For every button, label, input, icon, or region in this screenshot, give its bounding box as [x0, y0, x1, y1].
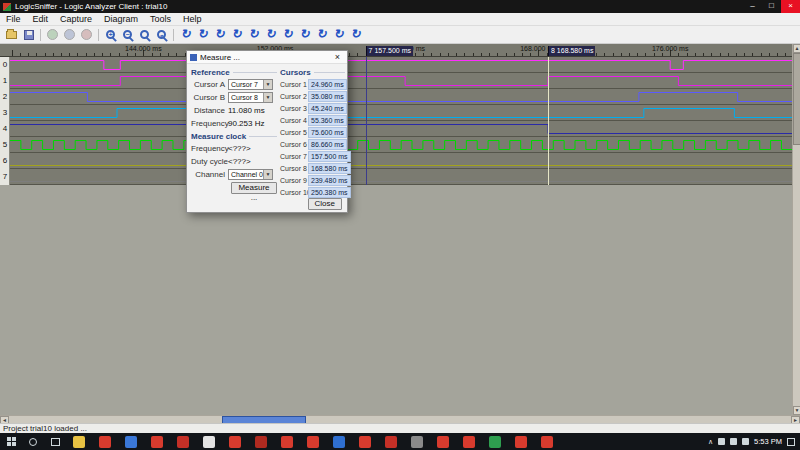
vertical-scroll-thumb[interactable] [793, 53, 800, 145]
taskbar-app-5[interactable] [203, 436, 215, 448]
channel-label-4[interactable]: 4 [0, 121, 10, 137]
tray-icon-2[interactable] [730, 438, 737, 445]
goto-cursor-5-icon [265, 28, 275, 41]
channel-label-2[interactable]: 2 [0, 89, 10, 105]
taskbar-file-explorer[interactable] [73, 436, 85, 448]
taskbar-app-10[interactable] [333, 436, 345, 448]
open-project-button[interactable] [3, 27, 20, 42]
taskbar-app-9[interactable] [307, 436, 319, 448]
cursor-1-value[interactable]: 24.960 ms [308, 79, 347, 90]
zoom-original-button[interactable] [136, 27, 153, 42]
menu-edit[interactable]: Edit [27, 13, 55, 26]
dropdown-arrow-icon[interactable] [263, 170, 272, 179]
menu-diagram[interactable]: Diagram [98, 13, 144, 26]
channel-label-3[interactable]: 3 [0, 105, 10, 121]
goto-cursor-2-button[interactable] [211, 27, 228, 42]
taskbar-app-1[interactable] [99, 436, 111, 448]
goto-cursor-1-button[interactable] [194, 27, 211, 42]
search-button[interactable] [22, 433, 44, 450]
cursor-flag-8[interactable]: 8 168.580 ms [548, 46, 595, 56]
cursor-a-select[interactable]: Cursor 7 [228, 79, 273, 90]
taskbar-app-11[interactable] [359, 436, 371, 448]
cancel-capture-button[interactable] [78, 27, 95, 42]
waveform-channel-1 [10, 77, 792, 86]
zoom-out-button[interactable] [119, 27, 136, 42]
tray-expand-icon[interactable]: ∧ [708, 438, 713, 446]
cursor-flag-7[interactable]: 7 157.500 ms [366, 46, 413, 56]
cursor-7-value[interactable]: 157.500 ms [308, 151, 351, 162]
cursor-5-value[interactable]: 75.600 ms [308, 127, 347, 138]
taskbar-app-4[interactable] [177, 436, 189, 448]
cursor-9-value[interactable]: 239.480 ms [308, 175, 351, 186]
minimize-button[interactable]: – [743, 0, 762, 13]
tray-icon-1[interactable] [718, 438, 725, 445]
maximize-button[interactable]: □ [762, 0, 781, 13]
cursor-8-value[interactable]: 168.580 ms [308, 163, 351, 174]
dropdown-arrow-icon[interactable] [263, 93, 272, 102]
notification-center-icon[interactable] [787, 438, 795, 446]
cursor-4-value[interactable]: 55.360 ms [308, 115, 347, 126]
clock[interactable]: 5:53 PM [754, 437, 782, 446]
taskbar-app-7[interactable] [255, 436, 267, 448]
taskbar-app-8[interactable] [281, 436, 293, 448]
goto-cursor-8-button[interactable] [313, 27, 330, 42]
repeat-capture-button[interactable] [61, 27, 78, 42]
measure-button[interactable]: Measure ... [231, 182, 277, 194]
channel-label-7[interactable]: 7 [0, 169, 10, 185]
task-view-button[interactable] [44, 433, 66, 450]
dialog-close-x-button[interactable]: × [330, 51, 345, 64]
goto-cursor-9-button[interactable] [330, 27, 347, 42]
close-button[interactable]: × [781, 0, 800, 13]
goto-cursor-5-button[interactable] [262, 27, 279, 42]
taskbar-app-3[interactable] [151, 436, 163, 448]
start-button[interactable] [0, 433, 22, 450]
measure-dialog-titlebar[interactable]: Measure ... × [187, 51, 347, 64]
vertical-scrollbar[interactable]: ▲ ▼ [792, 44, 800, 415]
goto-cursor-6-button[interactable] [279, 27, 296, 42]
taskbar-app-14[interactable] [437, 436, 449, 448]
titlebar[interactable]: LogicSniffer - Logic Analyzer Client : t… [0, 0, 800, 13]
menu-file[interactable]: File [0, 13, 27, 26]
goto-cursor-10-button[interactable] [347, 27, 364, 42]
channel-label-5[interactable]: 5 [0, 137, 10, 153]
taskbar-app-16[interactable] [489, 436, 501, 448]
goto-cursor-7-button[interactable] [296, 27, 313, 42]
timeline-ruler[interactable]: 144.000 ms152.000 ms160.000 ms168.000 ms… [0, 44, 792, 57]
dropdown-arrow-icon[interactable] [263, 80, 272, 89]
taskbar-app-13[interactable] [411, 436, 423, 448]
goto-trigger-button[interactable] [177, 27, 194, 42]
goto-cursor-4-button[interactable] [245, 27, 262, 42]
waveform-area[interactable]: 01234567 [0, 57, 792, 185]
save-project-button[interactable] [20, 27, 37, 42]
cursor-b-select[interactable]: Cursor 8 [228, 92, 273, 103]
horizontal-scrollbar[interactable]: ◄ ► [0, 415, 800, 423]
menu-capture[interactable]: Capture [54, 13, 98, 26]
channel-label-1[interactable]: 1 [0, 73, 10, 89]
cursor-6-value[interactable]: 86.660 ms [308, 139, 347, 150]
channel-label-6[interactable]: 6 [0, 153, 10, 169]
taskbar-app-17[interactable] [515, 436, 527, 448]
channel-select[interactable]: Channel 0 [228, 169, 273, 180]
cursor-3-value[interactable]: 45.240 ms [308, 103, 347, 114]
channel-label-0[interactable]: 0 [0, 57, 10, 73]
cursor-line-8[interactable] [548, 57, 549, 185]
scroll-down-icon[interactable]: ▼ [793, 406, 800, 415]
cursor-line-7[interactable] [366, 57, 367, 185]
waveform-canvas[interactable] [10, 57, 792, 185]
menu-help[interactable]: Help [177, 13, 208, 26]
taskbar-app-15[interactable] [463, 436, 475, 448]
menu-tools[interactable]: Tools [144, 13, 177, 26]
taskbar-app-2[interactable] [125, 436, 137, 448]
zoom-fit-button[interactable] [153, 27, 170, 42]
cursor-2-value[interactable]: 35.080 ms [308, 91, 347, 102]
zoom-in-button[interactable] [102, 27, 119, 42]
cursor-10-value[interactable]: 250.380 ms [308, 187, 351, 198]
tray-icon-3[interactable] [742, 438, 749, 445]
begin-capture-button[interactable] [44, 27, 61, 42]
dialog-close-button[interactable]: Close [308, 198, 342, 210]
taskbar-app-18[interactable] [541, 436, 553, 448]
scroll-up-icon[interactable]: ▲ [793, 44, 800, 53]
taskbar-app-6[interactable] [229, 436, 241, 448]
taskbar-app-12[interactable] [385, 436, 397, 448]
goto-cursor-3-button[interactable] [228, 27, 245, 42]
